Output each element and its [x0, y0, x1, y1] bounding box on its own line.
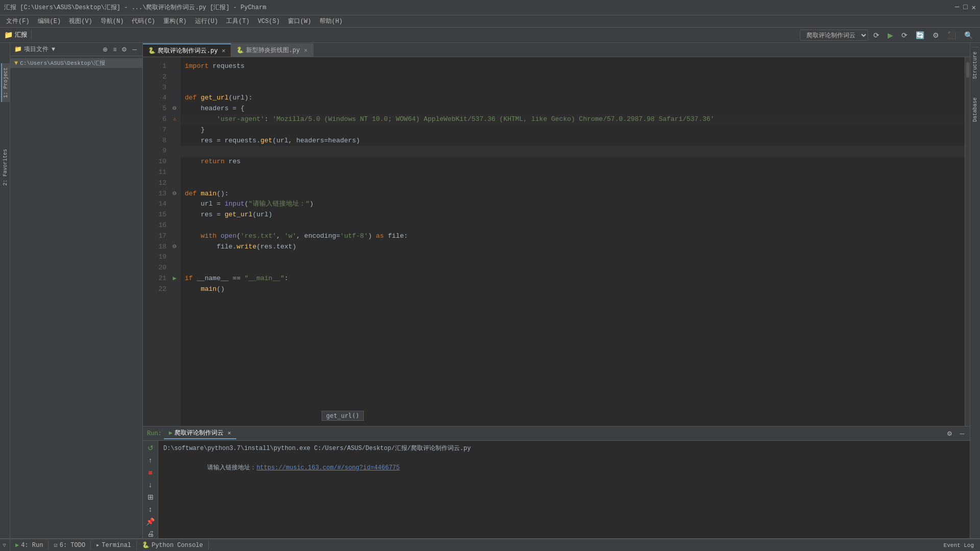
project-panel-header: 📁 项目文件 ▼ ⊕ ≡ ⚙ ─ [10, 43, 142, 56]
toolbar-separator [31, 30, 32, 40]
code-line-5: headers = { [181, 104, 965, 114]
run-config-area: 爬取评论制作词云 ⟳ ▶ ⟳ 🔄 ⚙ ⬛ 🔍 [800, 30, 976, 41]
code-line-7: } [181, 125, 965, 136]
line-numbers: 12345 678910 1112131415 1617181920 2122 [143, 57, 168, 426]
menu-run[interactable]: 运行(U) [191, 16, 223, 27]
run-tab-close[interactable]: ✕ [228, 430, 231, 436]
window-title: 汇报 [C:\Users\ASUS\Desktop\汇报] - ...\爬取评论… [4, 3, 266, 12]
down-btn[interactable]: ↓ [148, 480, 153, 490]
code-line-4: def get_url(url): [181, 93, 965, 104]
menu-vcs[interactable]: VCS(S) [254, 17, 284, 26]
code-content[interactable]: import requests def get_url(url): header… [181, 57, 965, 426]
menu-help[interactable]: 帮助(H) [315, 16, 347, 27]
toolbar-run-btn[interactable]: ▶ [885, 30, 896, 40]
panel-locate-btn[interactable]: ⊕ [101, 45, 109, 54]
run-tab-icon: ▶ [169, 429, 173, 437]
tab-todo[interactable]: ☑ 6: TODO [48, 540, 91, 550]
toolbar-refresh2-btn[interactable]: ⟳ [898, 30, 911, 40]
run-left-toolbar: ↺ ↑ ■ ↓ ⊞ ↕ 📌 🖨 🗑 [143, 441, 158, 538]
toolbar-stop-btn[interactable]: 🔄 [913, 30, 927, 40]
run-label: Run: [147, 430, 162, 437]
code-line-10: return res [181, 157, 965, 167]
editor-scrollbar[interactable] [965, 57, 970, 426]
panel-title-text: 项目文件 [24, 45, 48, 54]
maximize-button[interactable]: □ [963, 3, 967, 12]
scroll-thumb[interactable] [966, 62, 969, 78]
menu-edit[interactable]: 编辑(E) [34, 16, 65, 27]
panel-settings-btn[interactable]: ⚙ [120, 45, 129, 54]
tab-chart-py[interactable]: 🐍 新型肺炎折线图.py ✕ [231, 43, 313, 57]
project-label: 汇报 [15, 31, 27, 39]
sidebar-project-tab[interactable]: 1: Project [1, 63, 10, 102]
dropdown-icon[interactable]: ▼ [52, 46, 55, 53]
rerun-btn[interactable]: ↺ [146, 443, 155, 453]
wrap-btn[interactable]: ↕ [148, 504, 153, 514]
tab-python-console[interactable]: 🐍 Python Console [137, 540, 209, 550]
code-line-6: 'user-agent': 'Mozilla/5.0 (Windows NT 1… [181, 114, 965, 125]
editor-area: 🐍 爬取评论制作词云.py ✕ 🐍 新型肺炎折线图.py ✕ 12345 678… [143, 43, 970, 538]
warning-icon-6: ⚠ [173, 115, 176, 123]
panel-title: 📁 项目文件 ▼ [14, 45, 55, 54]
menu-view[interactable]: 视图(V) [65, 16, 96, 27]
print-btn[interactable]: 🖨 [146, 529, 155, 538]
fold-icon-13[interactable]: ⊖ [173, 189, 177, 199]
menu-navigate[interactable]: 导航(N) [96, 16, 128, 27]
tab-close-main[interactable]: ✕ [222, 47, 226, 55]
code-line-3 [181, 83, 965, 93]
tab-main-py[interactable]: 🐍 爬取评论制作词云.py ✕ [143, 43, 231, 57]
code-line-13: def main(): [181, 189, 965, 199]
fold-icon-18[interactable]: ⊖ [173, 242, 177, 253]
run-icon-21[interactable]: ▶ [173, 273, 176, 284]
window-controls[interactable]: ─ □ ✕ [955, 3, 976, 12]
panel-collapse-btn[interactable]: ≡ [111, 45, 118, 54]
sidebar-structure-tab[interactable]: Structure [971, 47, 979, 83]
code-line-2 [181, 72, 965, 83]
run-panel-tabs: Run: ▶ 爬取评论制作词云 ✕ [147, 428, 236, 439]
run-output: D:\software\python3.7\install\python.exe… [158, 441, 970, 538]
code-line-9 [181, 146, 965, 157]
code-line-11 [181, 167, 965, 178]
run-panel-close-btn[interactable]: ─ [958, 430, 966, 438]
run-tab-main[interactable]: ▶ 爬取评论制作词云 ✕ [164, 428, 236, 439]
toolbar-stop2-btn[interactable]: ⬛ [944, 30, 959, 40]
toolbar-search-btn[interactable]: 🔍 [961, 30, 976, 40]
up-btn[interactable]: ↑ [148, 455, 153, 465]
sidebar-favorites-tab[interactable]: 2: Favorites [2, 145, 9, 190]
menu-refactor[interactable]: 重构(R) [159, 16, 191, 27]
close-button[interactable]: ✕ [972, 3, 976, 12]
tab-terminal[interactable]: ▸ Terminal [91, 540, 137, 550]
code-line-18: file.write(res.text) [181, 242, 965, 253]
output-line-2: 请输入链接地址：https://music.163.com/#/song?id=… [163, 454, 965, 483]
pin-btn[interactable]: 📌 [145, 516, 156, 527]
toolbar-folder-icon: 📁 [4, 31, 13, 39]
menu-file[interactable]: 文件(F) [2, 16, 34, 27]
event-log-btn[interactable]: Event Log [938, 542, 980, 548]
toolbar-more-btn[interactable]: ⚙ [929, 30, 942, 40]
code-line-8: res = requests.get(url, headers=headers) [181, 136, 965, 146]
expand-icon[interactable]: ▷ [2, 543, 8, 546]
tree-folder-icon: ▼ [14, 60, 18, 67]
fold-icon-5[interactable]: ⊖ [173, 104, 177, 114]
output-link[interactable]: https://music.163.com/#/song?id=4466775 [256, 464, 400, 471]
left-sidebar: 1: Project 2: Favorites [0, 43, 10, 538]
tab-close-chart[interactable]: ✕ [304, 46, 307, 54]
diff-btn[interactable]: ⊞ [146, 492, 155, 502]
stop-btn[interactable]: ■ [147, 467, 153, 478]
tab-run[interactable]: ▶ 4: Run [10, 540, 48, 550]
run-panel-settings-btn[interactable]: ⚙ [945, 430, 954, 438]
code-line-15: res = get_url(url) [181, 210, 965, 220]
menu-code[interactable]: 代码(C) [128, 16, 159, 27]
panel-close-btn[interactable]: ─ [131, 45, 138, 54]
toolbar-refresh-btn[interactable]: ⟳ [870, 30, 883, 40]
sidebar-database-tab[interactable]: Database [971, 93, 979, 126]
menu-window[interactable]: 窗口(W) [284, 16, 315, 27]
menu-tools[interactable]: 工具(T) [222, 16, 254, 27]
tree-item-root[interactable]: ▼ C:\Users\ASUS\Desktop\汇报 [10, 58, 142, 68]
code-editor: 12345 678910 1112131415 1617181920 2122 … [143, 57, 970, 426]
run-config-selector[interactable]: 爬取评论制作词云 [800, 30, 868, 41]
run-panel-controls: ⚙ ─ [945, 430, 966, 438]
minimize-button[interactable]: ─ [955, 3, 959, 12]
autocomplete-hint: get_url() [322, 411, 364, 421]
title-bar: 汇报 [C:\Users\ASUS\Desktop\汇报] - ...\爬取评论… [0, 0, 980, 15]
tab-label-chart: 新型肺炎折线图.py [246, 46, 300, 55]
